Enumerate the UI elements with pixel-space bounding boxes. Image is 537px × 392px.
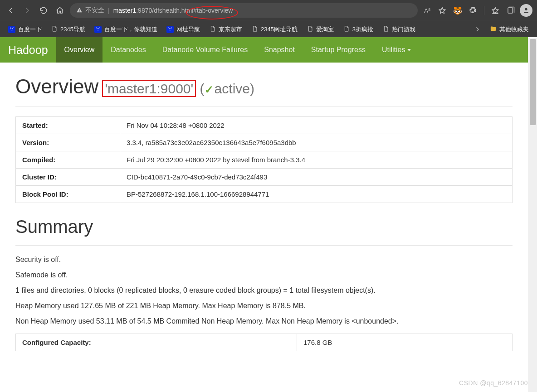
page-title: Overview 'master1:9000' (✓active) (15, 75, 513, 98)
scroll-thumb[interactable] (530, 39, 536, 125)
bookmark-7[interactable]: 3折疯抢 (339, 24, 377, 35)
baidu-icon (8, 26, 15, 33)
bookmark-label: 百度一下 (18, 25, 42, 34)
favorite-button[interactable] (436, 4, 449, 17)
bookmark-5[interactable]: 2345网址导航 (248, 24, 301, 35)
bookmark-3[interactable]: 网址导航 (163, 24, 204, 35)
summary-line: Heap Memory used 127.65 MB of 221 MB Hea… (15, 302, 513, 310)
page-icon (343, 25, 350, 34)
profile-avatar[interactable] (520, 4, 532, 17)
bookmark-4[interactable]: 京东超市 (205, 24, 246, 35)
svg-point-5 (12, 28, 13, 29)
page-icon (209, 25, 216, 34)
watermark: CSDN @qq_62847100 (459, 379, 528, 387)
info-key: Cluster ID: (16, 169, 120, 186)
bookmark-1[interactable]: 2345导航 (47, 24, 89, 35)
bookmark-label: 百度一下，你就知道 (104, 25, 157, 34)
check-icon: ✓ (205, 83, 214, 96)
svg-point-4 (10, 28, 11, 29)
nav-overview[interactable]: Overview (56, 37, 103, 63)
nav-datanode-volume-failures[interactable]: Datanode Volume Failures (154, 37, 256, 63)
bookmark-8[interactable]: 热门游戏 (379, 24, 419, 35)
page-icon (251, 25, 258, 34)
bookmark-label: 2345导航 (60, 25, 85, 34)
tiger-icon[interactable]: 🐯 (451, 4, 464, 17)
page-content: Hadoop OverviewDatanodesDatanode Volume … (0, 37, 528, 392)
extensions-button[interactable] (467, 4, 479, 17)
bookmarks-bar: 百度一下2345导航百度一下，你就知道网址导航京东超市2345网址导航爱淘宝3折… (0, 21, 537, 37)
info-val: Fri Nov 04 10:28:48 +0800 2022 (120, 117, 513, 134)
url-text: master1:9870/dfshealth.html#tab-overview (113, 7, 233, 14)
bookmark-label: 3折疯抢 (352, 25, 373, 34)
summary-line: Safemode is off. (15, 271, 513, 279)
table-row: Block Pool ID:BP-527268872-192.168.1.100… (16, 186, 513, 203)
cap-val: 176.8 GB (297, 334, 513, 351)
capacity-table: Configured Capacity: 176.8 GB (15, 334, 513, 351)
summary-line: 1 files and directories, 0 blocks (0 rep… (15, 286, 513, 295)
brand[interactable]: Hadoop (8, 37, 56, 63)
forward-button[interactable] (21, 4, 34, 17)
nav-snapshot[interactable]: Snapshot (256, 37, 303, 63)
baidu-icon (94, 26, 102, 33)
info-val: BP-527268872-192.168.1.100-1666928944771 (120, 186, 513, 203)
other-favorites-label: 其他收藏夹 (499, 25, 529, 34)
summary-text: Security is off.Safemode is off.1 files … (15, 256, 513, 325)
table-row: Configured Capacity: 176.8 GB (16, 334, 513, 351)
table-row: Version:3.3.4, ra585a73c3e02ac62350c1366… (16, 134, 513, 151)
bookmark-6[interactable]: 爱淘宝 (303, 24, 337, 35)
bookmark-label: 京东超市 (219, 25, 242, 34)
svg-rect-1 (79, 11, 79, 11)
svg-rect-2 (508, 8, 513, 13)
back-button[interactable] (5, 4, 17, 17)
separator (484, 6, 484, 15)
favorites-button[interactable] (489, 4, 502, 17)
hadoop-navbar: Hadoop OverviewDatanodesDatanode Volume … (0, 37, 528, 63)
bookmarks-overflow[interactable] (470, 24, 484, 34)
bookmark-label: 热门游戏 (392, 25, 415, 34)
summary-heading: Summary (15, 217, 513, 237)
bookmark-2[interactable]: 百度一下，你就知道 (91, 24, 161, 35)
insecure-label: 不安全 (85, 6, 104, 15)
bookmark-label: 2345网址导航 (261, 25, 298, 34)
nav-utilities[interactable]: Utilities (374, 37, 420, 63)
page-icon (382, 25, 389, 34)
other-favorites[interactable]: 其他收藏夹 (486, 24, 532, 35)
baidu-icon (166, 26, 174, 33)
table-row: Started:Fri Nov 04 10:28:48 +0800 2022 (16, 117, 513, 134)
info-val: CID-bc410871-2a70-49c0-9cb7-ded73c24f493 (120, 169, 513, 186)
scrollbar[interactable] (528, 37, 537, 392)
bookmark-label: 网址导航 (176, 25, 200, 34)
cap-key: Configured Capacity: (16, 334, 297, 351)
svg-point-7 (98, 28, 99, 29)
nav-datanodes[interactable]: Datanodes (103, 37, 154, 63)
summary-line: Security is off. (15, 256, 513, 264)
bookmark-0[interactable]: 百度一下 (5, 24, 45, 35)
svg-rect-0 (79, 9, 79, 10)
page-icon (307, 25, 313, 34)
table-row: Compiled:Fri Jul 29 20:32:00 +0800 2022 … (16, 151, 513, 169)
info-key: Compiled: (16, 151, 120, 169)
svg-point-8 (169, 28, 170, 29)
browser-toolbar: 不安全 | master1:9870/dfshealth.html#tab-ov… (0, 0, 537, 21)
address-bar[interactable]: 不安全 | master1:9870/dfshealth.html#tab-ov… (70, 3, 418, 18)
divider (15, 106, 513, 106)
svg-point-9 (171, 28, 171, 29)
annotation-red-box: 'master1:9000' (102, 80, 196, 97)
bookmark-label: 爱淘宝 (316, 25, 334, 34)
svg-point-6 (97, 28, 98, 29)
summary-line: Non Heap Memory used 53.11 MB of 54.5 MB… (15, 317, 513, 325)
collections-button[interactable] (504, 4, 517, 17)
separator: | (108, 7, 110, 14)
info-key: Version: (16, 134, 120, 151)
info-key: Started: (16, 117, 120, 134)
info-val: Fri Jul 29 20:32:00 +0800 2022 by stevel… (120, 151, 513, 169)
read-aloud-button[interactable]: A⁸ (421, 4, 433, 17)
home-button[interactable] (54, 4, 66, 17)
viewport: Hadoop OverviewDatanodesDatanode Volume … (0, 37, 537, 392)
insecure-icon (76, 7, 83, 15)
svg-point-3 (525, 8, 527, 10)
info-key: Block Pool ID: (16, 186, 120, 203)
nav-startup-progress[interactable]: Startup Progress (303, 37, 374, 63)
divider (15, 245, 513, 246)
refresh-button[interactable] (37, 4, 50, 17)
